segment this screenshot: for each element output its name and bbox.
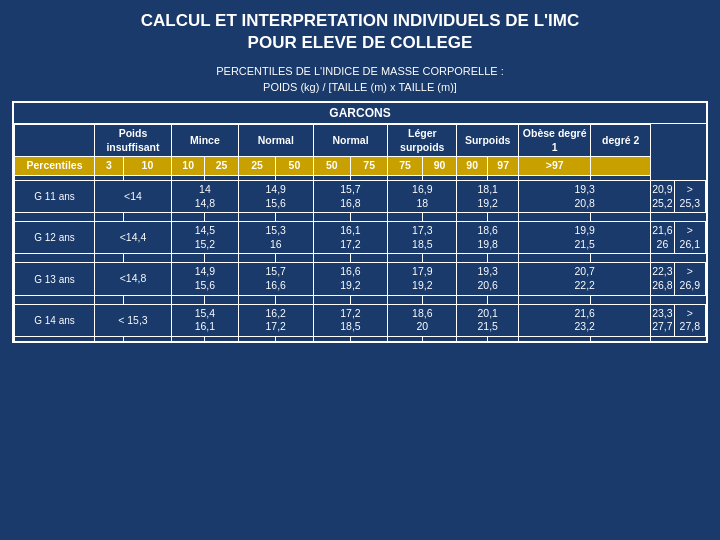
garcons-header: GARCONS [14,103,706,124]
table-row: G 14 ans< 15,315,4 16,116,2 17,217,2 18,… [15,304,706,336]
table-wrapper: GARCONS Poids insuffisant Mince Normal N… [12,101,708,343]
table-cell: 15,7 16,6 [238,263,313,295]
table-cell: 17,2 18,5 [313,304,388,336]
main-title: CALCUL ET INTERPRETATION INDIVIDUELS DE … [141,10,580,54]
table-cell: 16,6 19,2 [313,263,388,295]
header-normal2: Normal [313,124,388,156]
imc-table: Poids insuffisant Mince Normal Normal Lé… [14,124,706,341]
table-cell: 17,9 19,2 [388,263,457,295]
table-cell: 22,3 26,8 [651,263,674,295]
table-cell: 18,6 19,8 [457,222,519,254]
table-cell: 19,3 20,8 [519,180,651,212]
table-cell: > 26,9 [674,263,705,295]
p10: 90 [422,157,456,176]
table-row: G 13 ans<14,814,9 15,615,7 16,616,6 19,2… [15,263,706,295]
header-surpoids: Surpoids [457,124,519,156]
table-cell: 17,3 18,5 [388,222,457,254]
table-cell: 16,9 18 [388,180,457,212]
table-row: G 12 ans<14,414,5 15,215,3 1616,1 17,217… [15,222,706,254]
table-row: G 11 ans<1414 14,814,9 15,615,7 16,816,9… [15,180,706,212]
p14 [591,157,651,176]
header-poids: Poids insuffisant [95,124,172,156]
p8: 75 [350,157,387,176]
table-cell: 21,6 23,2 [519,304,651,336]
table-cell: 19,9 21,5 [519,222,651,254]
table-cell: <14 [95,180,172,212]
p7: 50 [313,157,350,176]
p12: 97 [488,157,519,176]
table-cell: G 12 ans [15,222,95,254]
p4: 25 [205,157,238,176]
header-normal1: Normal [238,124,313,156]
table-cell: G 11 ans [15,180,95,212]
table-cell: G 14 ans [15,304,95,336]
table-cell: < 15,3 [95,304,172,336]
table-cell: <14,4 [95,222,172,254]
table-cell: > 26,1 [674,222,705,254]
p6: 50 [276,157,313,176]
p9: 75 [388,157,422,176]
table-cell: 21,6 26 [651,222,674,254]
table-cell: 14,9 15,6 [238,180,313,212]
table-cell: 23,3 27,7 [651,304,674,336]
subtitle: PERCENTILES DE L'INDICE DE MASSE CORPORE… [216,64,504,95]
table-cell: 20,9 25,2 [651,180,674,212]
table-cell: > 25,3 [674,180,705,212]
table-cell: 14,5 15,2 [171,222,238,254]
table-cell: 14 14,8 [171,180,238,212]
header-obese: Obèse degré 1 [519,124,591,156]
table-cell: 15,7 16,8 [313,180,388,212]
table-cell: <14,8 [95,263,172,295]
table-cell: > 27,8 [674,304,705,336]
header-leger: Léger surpoids [388,124,457,156]
table-cell: 18,6 20 [388,304,457,336]
table-cell: 19,3 20,6 [457,263,519,295]
p11: 90 [457,157,488,176]
p13: >97 [519,157,591,176]
table-cell: 18,1 19,2 [457,180,519,212]
table-cell: 15,4 16,1 [171,304,238,336]
p3: 10 [171,157,204,176]
p2: 10 [123,157,171,176]
p1: 3 [95,157,124,176]
p5: 25 [238,157,275,176]
header-mince: Mince [171,124,238,156]
header-degre2: degré 2 [591,124,651,156]
percentiles-label: Percentiles [15,157,95,176]
table-cell: 14,9 15,6 [171,263,238,295]
main-container: CALCUL ET INTERPRETATION INDIVIDUELS DE … [0,0,720,540]
header-percentiles [15,124,95,156]
table-cell: 20,1 21,5 [457,304,519,336]
table-cell: 16,1 17,2 [313,222,388,254]
table-cell: 20,7 22,2 [519,263,651,295]
table-cell: 16,2 17,2 [238,304,313,336]
table-cell: 15,3 16 [238,222,313,254]
table-cell: G 13 ans [15,263,95,295]
header-row: Poids insuffisant Mince Normal Normal Lé… [15,124,706,156]
percentile-row: Percentiles 3 10 10 25 25 50 50 75 75 90… [15,157,706,176]
